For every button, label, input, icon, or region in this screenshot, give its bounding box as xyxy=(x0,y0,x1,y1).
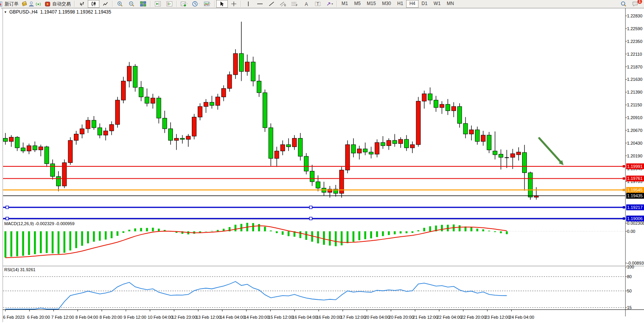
svg-text:F: F xyxy=(296,4,297,7)
candle-bear xyxy=(463,123,468,134)
candle-bear xyxy=(523,152,527,173)
timeframe-button-w1[interactable]: W1 xyxy=(430,0,444,8)
candle-bull xyxy=(192,117,196,136)
bar-chart-icon[interactable] xyxy=(76,0,88,8)
candle-bear xyxy=(98,128,102,135)
price-axis-label: 1.21630 xyxy=(627,77,642,82)
candle-bull xyxy=(198,106,202,117)
zoom-out-icon[interactable] xyxy=(126,0,137,8)
price-badge-label: 1.19217 xyxy=(627,205,643,210)
candle-bull xyxy=(151,98,155,103)
timeframe-button-m15[interactable]: M15 xyxy=(364,0,379,8)
text-label-icon[interactable]: T xyxy=(312,0,324,8)
candle-bear xyxy=(493,151,497,155)
timeframe-button-h4[interactable]: H4 xyxy=(406,0,418,8)
auto-trading-label: 自动交易 xyxy=(52,1,71,7)
trendline-icon[interactable] xyxy=(266,0,277,8)
candle-bear xyxy=(15,137,19,148)
order-group: 新订单 自动交易 xyxy=(0,0,73,8)
chart-type-group xyxy=(76,0,111,8)
candlestick-chart-icon[interactable] xyxy=(88,0,99,8)
candle-bull xyxy=(227,75,232,89)
text-tool-icon[interactable]: A xyxy=(301,0,312,8)
template-icon[interactable] xyxy=(202,0,213,8)
period-clock-icon[interactable] xyxy=(190,0,202,8)
timeframe-button-m5[interactable]: M5 xyxy=(351,0,364,8)
candle-bull xyxy=(275,151,279,158)
timeframe-button-d1[interactable]: D1 xyxy=(419,0,430,8)
candle-bear xyxy=(263,93,267,128)
candle-bear xyxy=(239,53,244,72)
candle-bear xyxy=(405,139,409,148)
new-chart-icon[interactable] xyxy=(178,0,190,8)
candle-bear xyxy=(304,156,308,171)
price-axis-label: 1.21150 xyxy=(627,103,642,107)
macd-indicator-label: MACD(12,26,9) -0.002329 -0.000959 xyxy=(4,221,75,226)
terminal-user-icon[interactable] xyxy=(28,1,35,7)
auto-scroll-icon[interactable] xyxy=(152,0,164,8)
objects-group xyxy=(178,0,213,8)
candle-bear xyxy=(51,164,55,176)
notifications-button[interactable]: 1 xyxy=(629,0,641,8)
new-order-label: 新订单 xyxy=(5,1,19,7)
candle-bull xyxy=(9,137,14,142)
time-axis-label: 16 Feb 20:00 xyxy=(316,315,342,320)
search-icon[interactable] xyxy=(618,0,629,8)
candle-bear xyxy=(157,98,161,118)
price-badge-label: 1.19006 xyxy=(627,216,643,221)
chart-shift-icon[interactable] xyxy=(164,0,175,8)
toolbar-separator xyxy=(241,1,241,7)
signals-icon[interactable] xyxy=(35,1,42,7)
candle-bull xyxy=(511,154,515,157)
candle-bull xyxy=(174,138,179,140)
horizontal-line-icon[interactable] xyxy=(254,0,266,8)
timeframe-button-m1[interactable]: M1 xyxy=(338,0,351,8)
chevron-down-icon[interactable]: ▼ xyxy=(4,10,7,14)
arrows-tool-icon[interactable] xyxy=(324,0,335,8)
vertical-line-icon[interactable] xyxy=(243,0,254,8)
toolbar-separator xyxy=(150,1,151,7)
equidistant-channel-icon[interactable]: E xyxy=(277,0,289,8)
candle-bull xyxy=(80,129,84,134)
drawing-tools-group: E F A T xyxy=(216,0,335,8)
new-order-button[interactable]: 新订单 xyxy=(2,0,21,8)
candle-bear xyxy=(499,154,503,157)
line-drag-handle[interactable] xyxy=(6,217,9,220)
candle-bull xyxy=(204,102,208,106)
auto-trading-button[interactable]: 自动交易 xyxy=(42,0,73,8)
time-axis-label: 14 Feb 20:00 xyxy=(244,315,269,320)
candle-bear xyxy=(298,138,302,156)
candle-bull xyxy=(416,101,420,145)
line-chart-icon[interactable] xyxy=(99,0,111,8)
price-axis-label: 1.20670 xyxy=(627,128,642,133)
market-depth-icon[interactable] xyxy=(21,1,28,7)
candle-bear xyxy=(316,182,320,188)
time-axis-label: 15 Feb 12:00 xyxy=(268,315,293,320)
line-drag-handle[interactable] xyxy=(309,217,312,220)
tile-windows-icon[interactable] xyxy=(137,0,149,8)
crosshair-icon[interactable] xyxy=(228,0,239,8)
timeframe-button-mn[interactable]: MN xyxy=(444,0,457,8)
toolbar-separator xyxy=(214,1,215,7)
candle-bull xyxy=(109,125,114,131)
candle-bull xyxy=(469,130,473,134)
candle-bull xyxy=(387,140,391,146)
price-badge-label: 1.19761 xyxy=(627,176,643,181)
trend-arrow[interactable] xyxy=(539,138,560,162)
candle-bear xyxy=(310,171,314,181)
candle-bear xyxy=(180,138,184,139)
fibonacci-icon[interactable]: F xyxy=(289,0,301,8)
timeframe-button-h1[interactable]: H1 xyxy=(394,0,406,8)
timeframe-group: M1M5M15M30H1H4D1W1MN xyxy=(338,0,457,8)
price-chart-canvas[interactable]: 1.228301.225901.223501.221101.218701.216… xyxy=(0,8,644,323)
line-drag-handle[interactable] xyxy=(6,206,9,208)
line-drag-handle[interactable] xyxy=(309,206,312,208)
candle-bear xyxy=(139,87,143,97)
cursor-icon[interactable] xyxy=(216,0,228,8)
candle-bear xyxy=(351,145,355,153)
timeframe-button-m30[interactable]: M30 xyxy=(379,0,394,8)
chart-title-text: GBPUSD-,H4 1.19407 1.19598 1.19362 1.194… xyxy=(9,9,111,15)
zoom-in-icon[interactable] xyxy=(114,0,126,8)
macd-signal-line xyxy=(5,226,507,258)
price-axis-label: 1.22350 xyxy=(627,39,642,44)
